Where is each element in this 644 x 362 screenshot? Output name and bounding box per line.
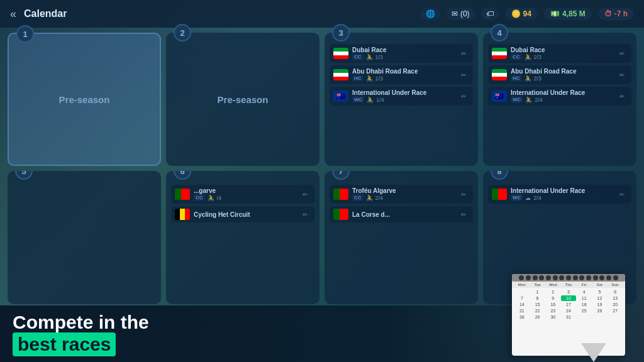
- time-display: ⏱ -7 h: [598, 8, 634, 20]
- week-2-number: 2: [174, 24, 191, 41]
- race-progress: /4: [217, 195, 222, 201]
- header: « Calendar 🌐 ✉ (0) 🏷 🪙 94 💵 4,85 M: [0, 0, 644, 28]
- edit-button[interactable]: ✏: [458, 209, 469, 220]
- page-title: Calendar: [24, 8, 413, 19]
- edit-button[interactable]: ✏: [616, 69, 628, 80]
- edit-button[interactable]: ✏: [458, 189, 469, 200]
- flag-por: [333, 209, 348, 220]
- race-progress: 2/4: [375, 195, 384, 201]
- back-icon: «: [10, 8, 16, 21]
- race-icon: 🚴: [208, 195, 214, 201]
- race-info: International Under Race WC 🚴 1/4: [352, 89, 454, 103]
- edit-button[interactable]: ✏: [299, 209, 311, 220]
- banner-text-block: Compete in the best races: [13, 312, 149, 356]
- calendar-day: 24: [561, 308, 576, 314]
- flag-por: [333, 189, 348, 200]
- edit-button[interactable]: ✏: [458, 90, 469, 102]
- edit-button[interactable]: ✏: [458, 69, 469, 80]
- race-info: Troféu Algarve CC 🚴 2/4: [352, 187, 454, 201]
- edit-button[interactable]: ✏: [616, 48, 628, 59]
- list-item: 🇦🇺 International Under Race WC 🚴 2/4 ✏: [488, 87, 631, 106]
- calendar-day: 11: [577, 295, 592, 301]
- race-icon: 🚴: [366, 75, 373, 82]
- race-icon: 🚴: [525, 54, 531, 60]
- race-meta: CC 🚴 /4: [194, 194, 296, 201]
- list-item: Troféu Algarve CC 🚴 2/4 ✏: [330, 185, 473, 204]
- race-name: Dubai Race: [511, 47, 613, 53]
- spiral-dot: [553, 275, 558, 280]
- coin-display: 🪙 94: [505, 8, 538, 20]
- race-badge: WC: [352, 96, 364, 103]
- race-meta: CC 🚴 2/3: [511, 53, 613, 60]
- calendar-day: 16: [545, 302, 560, 307]
- race-info: International Under Race WC ☁ 2/4: [511, 187, 613, 201]
- race-progress: 2/3: [534, 54, 542, 60]
- list-item: Cycling Het Circuit ✏: [171, 206, 314, 222]
- week-2-label: Pre-season: [218, 94, 269, 105]
- header-icons: 🌐 ✉ (0) 🏷 🪙 94 💵 4,85 M ⏱ -7 h: [421, 8, 634, 20]
- calendar-day: 12: [592, 295, 608, 301]
- flag-uae: [492, 48, 507, 59]
- list-item: ...garve CC 🚴 /4 ✏: [171, 185, 314, 204]
- week-8-number: 8: [491, 171, 508, 180]
- list-item: Abu Dhabi Road Race HC 🚴 1/3 ✏: [330, 65, 473, 84]
- week-3-race-list: Dubai Race CC 🚴 1/3 ✏ Abu Dhabi R: [330, 44, 473, 106]
- spiral-dot: [519, 275, 524, 280]
- calendar-day: 28: [514, 314, 530, 320]
- week-6-number: 6: [174, 171, 191, 180]
- calendar-day: 17: [561, 302, 576, 307]
- spiral-dot: [546, 275, 551, 280]
- calendar-day: 29: [530, 314, 545, 320]
- list-item: 🇦🇺 International Under Race WC 🚴 1/4 ✏: [330, 87, 473, 106]
- race-progress: 2/4: [533, 195, 541, 201]
- spiral-dot: [526, 275, 531, 280]
- edit-button[interactable]: ✏: [616, 90, 628, 102]
- calendar-day: 19: [592, 302, 608, 307]
- edit-button[interactable]: ✏: [458, 48, 469, 59]
- flag-por: [175, 189, 190, 200]
- spiral-dot: [566, 275, 571, 280]
- race-name: Dubai Race: [352, 47, 454, 53]
- week-4-race-list: Dubai Race CC 🚴 2/3 ✏ Abu Dhabi R: [488, 44, 631, 106]
- spiral-dot: [573, 275, 578, 280]
- calendar-day: 8: [530, 295, 545, 301]
- race-meta: HC 🚴 2/3: [511, 75, 613, 82]
- week-2-cell: 2 Pre-season: [166, 33, 319, 166]
- race-name: Cycling Het Circuit: [194, 211, 296, 218]
- calendar-day: 13: [608, 295, 623, 301]
- race-icon: 🚴: [367, 97, 374, 103]
- race-icon: 🚴: [525, 75, 531, 82]
- calendar-day: 1: [530, 289, 545, 295]
- back-button[interactable]: «: [10, 8, 16, 21]
- edit-button[interactable]: ✏: [616, 189, 628, 200]
- race-badge: WC: [511, 194, 523, 201]
- week-7-race-list: Troféu Algarve CC 🚴 2/4 ✏ La Cors: [330, 185, 473, 222]
- race-info: Abu Dhabi Road Race HC 🚴 2/3: [511, 68, 613, 82]
- race-badge: WC: [511, 96, 523, 103]
- calendar-header: Mon Tue Wed Thu Fri Sat Sun: [512, 282, 625, 288]
- flag-bel: [175, 209, 190, 220]
- mail-button[interactable]: ✉ (0): [447, 8, 475, 20]
- globe-icon: 🌐: [426, 9, 435, 18]
- globe-button[interactable]: 🌐: [421, 8, 440, 20]
- time-icon: ⏱: [604, 9, 612, 18]
- calendar-day: 21: [514, 308, 530, 314]
- race-meta: HC 🚴 1/3: [352, 75, 454, 82]
- calendar-day: [514, 289, 530, 295]
- race-progress: 2/4: [535, 97, 543, 103]
- bookmark-button[interactable]: 🏷: [481, 8, 499, 20]
- spiral-dot: [586, 275, 591, 280]
- calendar-day: 5: [592, 289, 608, 295]
- race-progress: 1/3: [375, 54, 384, 60]
- race-icon: ☁: [525, 195, 531, 201]
- main-container: « Calendar 🌐 ✉ (0) 🏷 🪙 94 💵 4,85 M: [0, 0, 644, 362]
- spiral-dot: [599, 275, 604, 280]
- race-info: Abu Dhabi Road Race HC 🚴 1/3: [352, 68, 454, 82]
- calendar-day: 26: [592, 308, 608, 314]
- race-name: Abu Dhabi Road Race: [352, 68, 454, 75]
- day-header: Mon: [514, 283, 530, 287]
- calendar-day: 22: [530, 308, 545, 314]
- list-item: La Corse d... ✏: [330, 206, 473, 222]
- edit-button[interactable]: ✏: [299, 189, 311, 200]
- race-info: International Under Race WC 🚴 2/4: [511, 89, 613, 103]
